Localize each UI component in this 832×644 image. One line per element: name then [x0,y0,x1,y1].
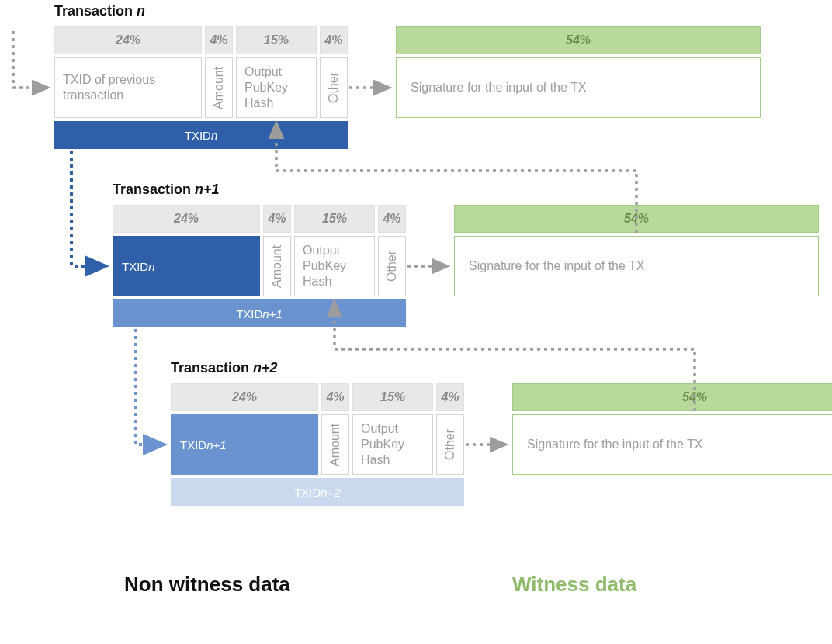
arrow-layer [0,0,832,644]
arrow-txid-n1-to-input-n2 [136,329,165,445]
arrow-sig-n1-to-pubkey-n [276,123,636,233]
legend-nonwitness: Non witness data [124,573,290,597]
arrow-prev-to-n [13,31,48,88]
legend-witness: Witness data [512,573,636,597]
diagram-canvas: Transaction n 24% 4% 15% 4% 54% TXID of … [0,0,832,644]
arrow-txid-n-to-input-n1 [71,151,106,266]
arrow-sig-n2-to-pubkey-n1 [335,301,695,411]
